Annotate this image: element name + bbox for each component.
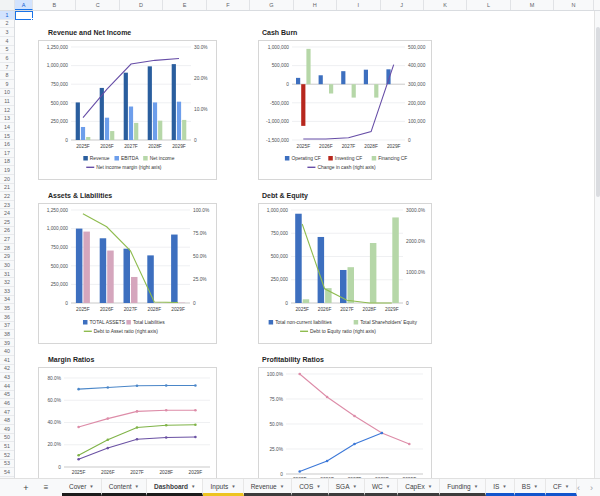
prev-sheets-icon[interactable]: ‹ (577, 483, 580, 493)
row-header-14[interactable]: 14 (0, 123, 14, 132)
row-header-13[interactable]: 13 (0, 115, 14, 124)
row-header-12[interactable]: 12 (0, 106, 14, 115)
row-header-19[interactable]: 19 (0, 166, 14, 175)
sheet-tab-wc[interactable]: WC▼ (365, 479, 398, 496)
row-header-21[interactable]: 21 (0, 184, 14, 193)
fill-handle[interactable] (31, 18, 34, 21)
row-header-37[interactable]: 37 (0, 322, 14, 331)
chart-debt-and-equity[interactable]: Debt & Equity 0250,000500,000750,0001,00… (258, 189, 432, 344)
tab-menu-arrow-icon[interactable]: ▼ (89, 484, 93, 489)
row-header-4[interactable]: 4 (0, 37, 14, 46)
row-header-54[interactable]: 54 (0, 468, 14, 477)
chart-assets-and-liabilities[interactable]: Assets & Liabilities 0250,000500,000750,… (38, 189, 217, 344)
sheet-tab-funding[interactable]: Funding▼ (440, 479, 486, 496)
row-header-38[interactable]: 38 (0, 330, 14, 339)
row-header-26[interactable]: 26 (0, 227, 14, 236)
all-sheets-icon[interactable]: ≡ (38, 479, 54, 496)
tab-menu-arrow-icon[interactable]: ▼ (191, 484, 195, 489)
row-header-17[interactable]: 17 (0, 149, 14, 158)
tab-menu-arrow-icon[interactable]: ▼ (280, 484, 284, 489)
row-header-9[interactable]: 9 (0, 80, 14, 89)
row-header-40[interactable]: 40 (0, 347, 14, 356)
sheet-tab-cos[interactable]: COS▼ (292, 479, 329, 496)
row-header-45[interactable]: 45 (0, 391, 14, 400)
row-header-29[interactable]: 29 (0, 253, 14, 262)
row-header-50[interactable]: 50 (0, 434, 14, 443)
row-header-49[interactable]: 49 (0, 425, 14, 434)
tab-menu-arrow-icon[interactable]: ▼ (502, 484, 506, 489)
row-header-42[interactable]: 42 (0, 365, 14, 374)
sheet-tab-cf[interactable]: CF▼ (546, 479, 577, 496)
row-header-27[interactable]: 27 (0, 235, 14, 244)
column-header-j[interactable]: J (381, 0, 424, 10)
row-header-33[interactable]: 33 (0, 287, 14, 296)
column-header-f[interactable]: F (207, 0, 250, 10)
row-header-32[interactable]: 32 (0, 278, 14, 287)
row-header-43[interactable]: 43 (0, 373, 14, 382)
column-header-n[interactable]: N (554, 0, 594, 10)
row-header-24[interactable]: 24 (0, 209, 14, 218)
row-header-25[interactable]: 25 (0, 218, 14, 227)
column-header-k[interactable]: K (424, 0, 467, 10)
select-all-corner[interactable] (0, 0, 15, 10)
sheet-tab-capex[interactable]: CapEx▼ (398, 479, 440, 496)
row-header-46[interactable]: 46 (0, 399, 14, 408)
add-sheet-icon[interactable]: + (18, 479, 34, 496)
column-header-m[interactable]: M (511, 0, 554, 10)
column-header-c[interactable]: C (76, 0, 119, 10)
column-header-h[interactable]: H (294, 0, 337, 10)
row-header-28[interactable]: 28 (0, 244, 14, 253)
row-header-6[interactable]: 6 (0, 54, 14, 63)
chart-profitability-ratios[interactable]: Profitability Ratios 025.0%50.0%75.0%100… (258, 353, 432, 496)
row-header-48[interactable]: 48 (0, 416, 14, 425)
selected-cell-a1[interactable] (15, 11, 33, 20)
tab-menu-arrow-icon[interactable]: ▼ (352, 484, 356, 489)
column-header-l[interactable]: L (467, 0, 510, 10)
row-header-51[interactable]: 51 (0, 442, 14, 451)
column-header-i[interactable]: I (337, 0, 380, 10)
row-header-8[interactable]: 8 (0, 71, 14, 80)
column-header-b[interactable]: B (33, 0, 76, 10)
tab-menu-arrow-icon[interactable]: ▼ (565, 484, 569, 489)
tab-menu-arrow-icon[interactable]: ▼ (135, 484, 139, 489)
scrollbar-thumb[interactable] (596, 27, 600, 197)
row-header-47[interactable]: 47 (0, 408, 14, 417)
row-header-35[interactable]: 35 (0, 304, 14, 313)
row-header-22[interactable]: 22 (0, 192, 14, 201)
row-header-31[interactable]: 31 (0, 270, 14, 279)
row-header-41[interactable]: 41 (0, 356, 14, 365)
row-header-2[interactable]: 2 (0, 20, 14, 29)
sheet-tab-content[interactable]: Content▼ (102, 479, 147, 496)
row-header-23[interactable]: 23 (0, 201, 14, 210)
row-header-18[interactable]: 18 (0, 158, 14, 167)
tab-menu-arrow-icon[interactable]: ▼ (534, 484, 538, 489)
chart-revenue-and-net-income[interactable]: Revenue and Net Income 0250,000500,00075… (38, 26, 217, 180)
row-header-36[interactable]: 36 (0, 313, 14, 322)
row-header-20[interactable]: 20 (0, 175, 14, 184)
row-header-53[interactable]: 53 (0, 460, 14, 469)
row-header-34[interactable]: 34 (0, 296, 14, 305)
vertical-scrollbar[interactable] (594, 11, 600, 478)
sheet-tab-dashboard[interactable]: Dashboard▼ (147, 479, 203, 496)
row-header-16[interactable]: 16 (0, 140, 14, 149)
tab-menu-arrow-icon[interactable]: ▼ (474, 484, 478, 489)
tab-menu-arrow-icon[interactable]: ▼ (428, 484, 432, 489)
next-sheets-icon[interactable]: › (590, 483, 593, 493)
tab-menu-arrow-icon[interactable]: ▼ (386, 484, 390, 489)
sheet-tab-is[interactable]: IS▼ (486, 479, 515, 496)
row-header-11[interactable]: 11 (0, 97, 14, 106)
row-header-44[interactable]: 44 (0, 382, 14, 391)
column-header-g[interactable]: G (250, 0, 293, 10)
sheet-tab-cover[interactable]: Cover▼ (62, 479, 102, 496)
chart-margin-ratios[interactable]: Margin Ratios 020.0%40.0%60.0%80.0%2025F… (38, 353, 217, 496)
row-header-39[interactable]: 39 (0, 339, 14, 348)
sheet-tab-revenue[interactable]: Revenue▼ (244, 479, 293, 496)
sheet-tab-bs[interactable]: BS▼ (515, 479, 546, 496)
column-headers[interactable]: ABCDEFGHIJKLMN (0, 0, 600, 11)
column-header-d[interactable]: D (120, 0, 163, 10)
column-header-a[interactable]: A (15, 0, 33, 10)
row-header-10[interactable]: 10 (0, 89, 14, 98)
column-header-e[interactable]: E (163, 0, 206, 10)
row-header-3[interactable]: 3 (0, 28, 14, 37)
row-header-15[interactable]: 15 (0, 132, 14, 141)
